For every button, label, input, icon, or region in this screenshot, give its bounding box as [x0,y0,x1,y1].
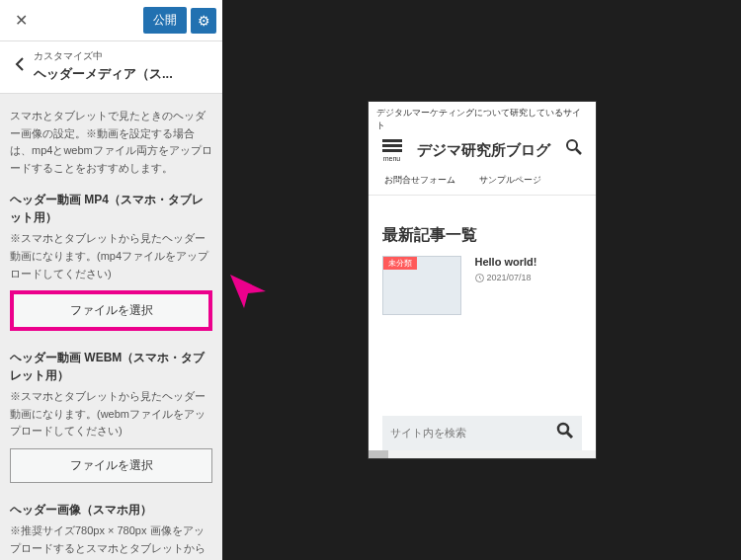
section-title-image: ヘッダー画像（スマホ用） [10,501,212,519]
breadcrumb: カスタマイズ中 ヘッダーメディア（ス... [0,41,222,94]
site-title[interactable]: デジマ研究所ブログ [406,140,562,160]
customizer-panel: ✕ 公開 ⚙ カスタマイズ中 ヘッダーメディア（ス... スマホとタブレットで見… [0,0,222,560]
page-title: ヘッダーメディア（ス... [34,65,216,83]
svg-line-1 [576,149,581,154]
chevron-left-icon [14,56,26,72]
breadcrumb-context: カスタマイズ中 [34,49,216,63]
select-file-webm-button[interactable]: ファイルを選択 [10,448,212,483]
section-title-webm: ヘッダー動画 WEBM（スマホ・タブレット用） [10,349,212,384]
section-note-mp4: ※スマホとタブレットから見たヘッダー動画になります。(mp4ファイルをアップロー… [10,230,212,282]
breadcrumb-text: カスタマイズ中 ヘッダーメディア（ス... [34,49,216,83]
search-input[interactable]: サイト内を検索 [390,426,556,440]
gear-icon: ⚙ [198,13,210,29]
panel-body: スマホとタブレットで見たときのヘッダー画像の設定。※動画を設定する場合は、mp4… [0,94,222,560]
horizontal-scrollbar[interactable] [369,450,596,458]
panel-description: スマホとタブレットで見たときのヘッダー画像の設定。※動画を設定する場合は、mp4… [10,108,212,177]
search-bar[interactable]: サイト内を検索 [382,416,582,450]
latest-posts-heading: 最新記事一覧 [369,219,596,256]
post-title: Hello world! [475,256,582,268]
customizer-topbar: ✕ 公開 ⚙ [0,0,222,41]
category-badge: 未分類 [383,257,417,270]
topbar-actions: 公開 ⚙ [143,7,216,34]
post-meta: Hello world! 2021/07/18 [475,256,582,315]
hamburger-icon [382,137,402,154]
mobile-preview-frame: デジタルマーケティングについて研究しているサイト menu デジマ研究所ブログ … [368,101,597,459]
section-note-image: ※推奨サイズ780px × 780px 画像をアップロードするとスマホとタブレッ… [10,522,212,560]
post-date: 2021/07/18 [475,273,582,282]
search-button[interactable] [562,138,586,161]
section-title-mp4: ヘッダー動画 MP4（スマホ・タブレット用） [10,191,212,226]
back-button[interactable] [6,56,34,77]
close-icon[interactable]: ✕ [6,11,36,30]
site-tagline: デジタルマーケティングについて研究しているサイト [369,102,596,135]
select-file-mp4-button[interactable]: ファイルを選択 [10,290,212,331]
svg-point-3 [558,424,568,434]
search-icon [565,138,583,156]
settings-button[interactable]: ⚙ [191,8,216,34]
search-icon [556,422,574,440]
post-item[interactable]: 未分類 Hello world! 2021/07/18 [369,256,596,315]
nav-links: お問合せフォーム サンプルページ [369,170,596,196]
menu-label: menu [383,155,401,162]
svg-point-0 [567,140,577,150]
menu-button[interactable]: menu [378,137,406,162]
nav-link-sample[interactable]: サンプルページ [479,174,541,187]
svg-line-4 [567,433,572,438]
nav-link-contact[interactable]: お問合せフォーム [384,174,455,187]
publish-button[interactable]: 公開 [143,7,187,34]
search-submit-button[interactable] [556,422,574,444]
clock-icon [475,274,484,282]
post-thumbnail: 未分類 [382,256,461,315]
site-header: menu デジマ研究所ブログ [369,135,596,170]
preview-area: デジタルマーケティングについて研究しているサイト menu デジマ研究所ブログ … [222,0,741,560]
section-note-webm: ※スマホとタブレットから見たヘッダー動画になります。(webmファイルをアップロ… [10,388,212,440]
